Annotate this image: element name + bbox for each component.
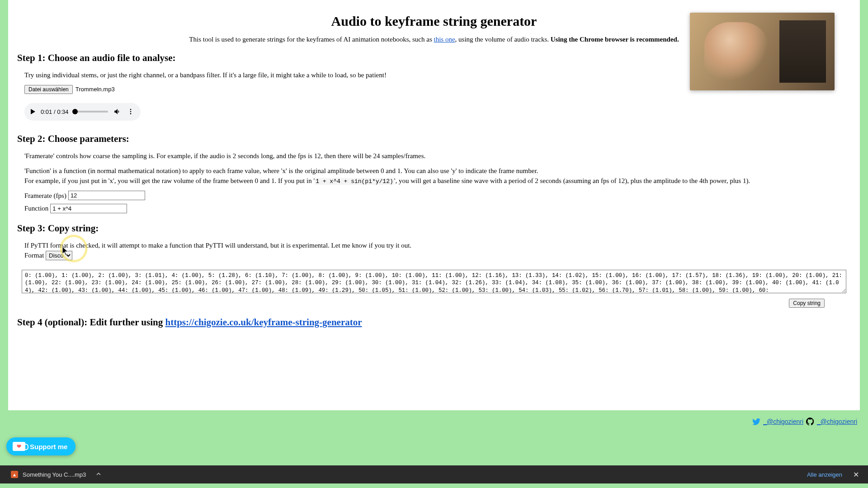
- choose-file-button[interactable]: Datei auswählen: [24, 85, 73, 94]
- step4-heading: Step 4 (optional): Edit further using ht…: [8, 317, 860, 328]
- close-icon[interactable]: ✕: [850, 470, 862, 479]
- download-bar: ▲ Something You C....mp3 Alle anzeigen ✕: [0, 465, 868, 483]
- footer-credits: _@chigozienri _@chigozienri: [752, 418, 857, 426]
- support-button[interactable]: ❤ Support me: [6, 437, 75, 455]
- show-all-downloads[interactable]: Alle anzeigen: [807, 471, 842, 478]
- format-row: Format Disco: [24, 252, 72, 259]
- chosen-file-name: Trommeln.mp3: [75, 85, 115, 94]
- vlc-icon: ▲: [11, 471, 18, 478]
- kofi-icon: ❤: [13, 442, 25, 451]
- svg-point-0: [130, 109, 132, 110]
- twitter-link[interactable]: _@chigozienri: [763, 418, 803, 425]
- support-label: Support me: [30, 443, 67, 450]
- step4-link[interactable]: https://chigozie.co.uk/keyframe-string-g…: [165, 317, 362, 328]
- framerate-row: Framerate (fps): [24, 191, 844, 201]
- output-textarea[interactable]: 0: (1.00), 1: (1.00), 2: (1.00), 3: (1.0…: [22, 270, 846, 293]
- function-input[interactable]: [50, 204, 127, 213]
- svg-point-2: [130, 113, 132, 115]
- framerate-label: Framerate (fps): [24, 191, 66, 201]
- audio-time: 0:01 / 0:34: [41, 108, 68, 117]
- audio-seek-track[interactable]: [74, 111, 108, 113]
- volume-icon[interactable]: [113, 108, 122, 116]
- subtitle-bold: Using the Chrome browser is recommended.: [551, 36, 679, 43]
- format-select[interactable]: Disco: [46, 251, 72, 260]
- subtitle-prefix: This tool is used to generate strings fo…: [189, 36, 434, 43]
- download-filename: Something You C....mp3: [23, 471, 86, 478]
- framerate-input[interactable]: [68, 191, 145, 200]
- copy-string-button[interactable]: Copy string: [789, 299, 825, 308]
- subtitle-link[interactable]: this one: [434, 36, 455, 43]
- chevron-up-icon[interactable]: [96, 471, 101, 478]
- download-item[interactable]: ▲ Something You C....mp3: [6, 469, 106, 480]
- github-icon: [806, 418, 814, 426]
- step2-body: 'Framerate' controls how coarse the samp…: [8, 151, 860, 214]
- function-label: Function: [24, 203, 48, 214]
- step3-body: If PyTTI format is checked, it will atte…: [8, 240, 860, 261]
- format-label: Format: [24, 252, 44, 259]
- svg-point-1: [130, 111, 132, 113]
- webcam-thumbnail: [690, 13, 835, 90]
- subtitle-suffix: , using the volume of audio tracks.: [455, 36, 551, 43]
- function-row: Function: [24, 203, 844, 214]
- github-link[interactable]: _@chigozienri: [817, 418, 857, 425]
- more-icon[interactable]: [127, 108, 134, 115]
- twitter-icon: [752, 418, 760, 425]
- audio-player: 0:01 / 0:34: [24, 103, 141, 121]
- step2-heading: Step 2: Choose parameters:: [8, 133, 860, 145]
- copy-row: Copy string: [8, 299, 860, 308]
- output-textarea-wrap: 0: (1.00), 1: (1.00), 2: (1.00), 3: (1.0…: [22, 270, 846, 295]
- step2-p2: 'Function' is a function (in normal math…: [24, 166, 844, 186]
- step3-pytti: If PyTTI format is checked, it will atte…: [24, 242, 411, 249]
- page-container: Audio to keyframe string generator This …: [8, 0, 860, 410]
- step3-heading: Step 3: Copy string:: [8, 223, 860, 234]
- play-icon[interactable]: [31, 109, 35, 114]
- step2-p1: 'Framerate' controls how coarse the samp…: [24, 151, 844, 161]
